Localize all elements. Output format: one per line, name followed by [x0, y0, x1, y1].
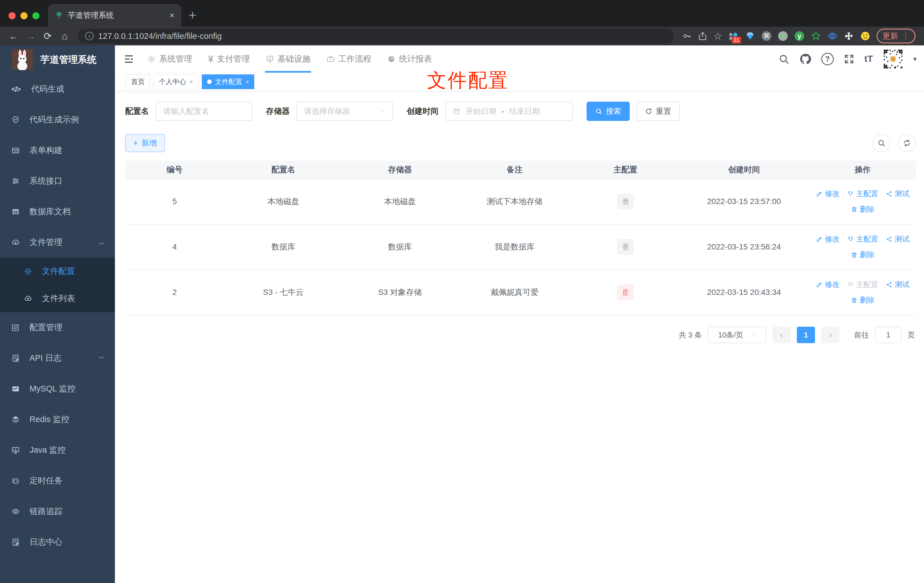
sidebar-item-mysql-monitor[interactable]: MySQL 监控 — [0, 373, 115, 404]
browser-update-button[interactable]: 更新 ⋮ — [876, 29, 916, 43]
sidebar-item-file-mgmt[interactable]: 文件管理 ︿ — [0, 227, 115, 258]
bookmark-star-icon[interactable]: ☆ — [714, 30, 722, 42]
top-nav-report[interactable]: 统计报表 — [379, 45, 440, 73]
calendar-icon — [453, 107, 460, 115]
url-bar[interactable]: i 127.0.0.1:1024/infra/file/file-config — [78, 29, 674, 43]
yen-icon: ¥ — [208, 53, 213, 64]
extension-gem-icon[interactable] — [745, 31, 755, 41]
sidebar-item-file-list[interactable]: 文件列表 — [0, 285, 115, 312]
delete-link[interactable]: 删除 — [851, 250, 874, 260]
window-controls — [5, 12, 48, 27]
browser-menu-kebab-icon[interactable]: ⋮ — [902, 31, 909, 41]
top-nav-payment[interactable]: ¥ 支付管理 — [200, 45, 258, 73]
master-tag: 否 — [617, 194, 634, 209]
delete-link[interactable]: 删除 — [851, 204, 874, 214]
chevron-down-icon: ﹀ — [99, 353, 105, 363]
close-icon[interactable]: × — [246, 79, 249, 85]
avatar-caret-icon[interactable]: ▾ — [913, 55, 917, 63]
home-button[interactable]: ⌂ — [57, 31, 73, 41]
refresh-table-button[interactable] — [898, 134, 916, 152]
sidebar: 芋道管理系统 </> 代码生成 代码生成示例 表单构建 系统接口 数据库文档 文… — [0, 45, 115, 583]
app-logo-row[interactable]: 芋道管理系统 — [0, 45, 115, 74]
sidebar-item-code-gen[interactable]: </> 代码生成 — [0, 74, 115, 104]
pagination: 共 3 条 10条/页 ﹀ ‹ 1 › 前往 页 — [125, 327, 916, 343]
forward-button[interactable]: → — [23, 31, 39, 41]
page-size-select[interactable]: 10条/页 ﹀ — [708, 327, 766, 343]
cloud-download-icon — [12, 238, 20, 247]
show-search-button[interactable] — [872, 134, 891, 152]
minimize-window-button[interactable] — [20, 12, 28, 19]
font-size-icon[interactable]: tT — [865, 54, 873, 64]
extension-record-icon[interactable] — [778, 31, 788, 41]
tag-profile[interactable]: 个人中心 × — [153, 74, 198, 89]
plus-icon: + — [133, 139, 138, 147]
storage-select[interactable]: 请选择存储器 ﹀ — [297, 102, 393, 121]
tag-home[interactable]: 首页 — [126, 74, 150, 89]
sidebar-item-system-api[interactable]: 系统接口 — [0, 166, 115, 197]
master-config-link[interactable]: 主配置 — [847, 189, 878, 199]
new-tab-button[interactable]: + — [182, 8, 205, 27]
test-link[interactable]: 测试 — [886, 279, 909, 289]
col-created: 创建时间 — [679, 161, 809, 179]
delete-link[interactable]: 删除 — [851, 295, 874, 305]
password-key-icon[interactable] — [682, 31, 691, 41]
test-link[interactable]: 测试 — [886, 234, 909, 244]
tab-close-icon[interactable]: × — [170, 10, 175, 20]
extension-eye-icon[interactable] — [827, 31, 837, 41]
edit-link[interactable]: 修改 — [816, 234, 840, 244]
collapse-sidebar-icon[interactable] — [124, 54, 134, 64]
sidebar-item-java-monitor[interactable]: Java 监控 — [0, 435, 115, 466]
extension-star-icon[interactable] — [811, 31, 821, 41]
extension-grid-diamond-icon[interactable]: 11 — [728, 31, 739, 41]
master-config-link[interactable]: 主配置 — [847, 234, 878, 244]
reset-button[interactable]: 重置 — [637, 102, 680, 121]
sidebar-item-redis-monitor[interactable]: Redis 监控 — [0, 404, 115, 435]
sidebar-item-config-mgmt[interactable]: 配置管理 — [0, 312, 115, 343]
top-nav-infra[interactable]: 基础设施 — [258, 45, 318, 73]
edit-link[interactable]: 修改 — [816, 279, 840, 289]
browser-tab[interactable]: 芋道管理系统 × — [48, 4, 182, 27]
back-button[interactable]: ← — [6, 31, 21, 41]
sidebar-item-form-builder[interactable]: 表单构建 — [0, 135, 115, 166]
test-link[interactable]: 测试 — [886, 189, 909, 199]
search-icon — [877, 139, 886, 147]
extension-y-icon[interactable]: y — [794, 31, 805, 41]
goto-page-input[interactable] — [875, 327, 901, 343]
create-time-label: 创建时间 — [407, 106, 439, 117]
date-range-picker[interactable]: 开始日期 - 结束日期 — [445, 102, 573, 121]
extension-command-icon[interactable]: ⌘ — [761, 31, 772, 41]
close-window-button[interactable] — [8, 12, 16, 19]
search-icon[interactable] — [778, 53, 789, 65]
sidebar-item-file-config[interactable]: 文件配置 — [0, 258, 115, 285]
fullscreen-icon[interactable] — [843, 53, 855, 65]
sidebar-item-code-demo[interactable]: 代码生成示例 — [0, 104, 115, 135]
config-name-input[interactable]: 请输入配置名 — [156, 102, 252, 121]
tag-file-config[interactable]: 文件配置 × — [202, 74, 254, 89]
maximize-window-button[interactable] — [32, 12, 40, 19]
sidebar-item-db-doc[interactable]: 数据库文档 — [0, 197, 115, 227]
avatar[interactable] — [883, 48, 904, 69]
next-page-button[interactable]: › — [821, 327, 840, 343]
help-icon[interactable]: ? — [821, 53, 834, 65]
search-button[interactable]: 搜索 — [587, 102, 630, 121]
sidebar-item-api-log[interactable]: API 日志 ﹀ — [0, 343, 115, 373]
app-title: 芋道管理系统 — [40, 53, 96, 66]
date-end-placeholder: 结束日期 — [509, 106, 540, 116]
top-nav-system[interactable]: 系统管理 — [139, 45, 200, 73]
sidebar-item-log-center[interactable]: 日志中心 — [0, 527, 115, 557]
sidebar-item-cron-job[interactable]: 定时任务 — [0, 466, 115, 496]
github-icon[interactable] — [799, 53, 812, 65]
share-icon[interactable] — [698, 31, 708, 41]
top-nav-workflow[interactable]: 工作流程 — [318, 45, 379, 73]
current-page[interactable]: 1 — [797, 327, 815, 343]
edit-link[interactable]: 修改 — [816, 189, 840, 199]
add-button[interactable]: + 新增 — [125, 134, 165, 152]
extension-puzzle-icon[interactable] — [844, 31, 854, 41]
site-info-icon[interactable]: i — [85, 32, 94, 40]
sidebar-item-tracing[interactable]: 链路追踪 — [0, 496, 115, 527]
prev-page-button[interactable]: ‹ — [772, 327, 790, 343]
table-toolbar: + 新增 — [125, 134, 916, 152]
close-icon[interactable]: × — [190, 79, 193, 85]
reload-button[interactable]: ⟳ — [40, 31, 56, 41]
extension-emoji-icon[interactable] — [860, 31, 870, 41]
